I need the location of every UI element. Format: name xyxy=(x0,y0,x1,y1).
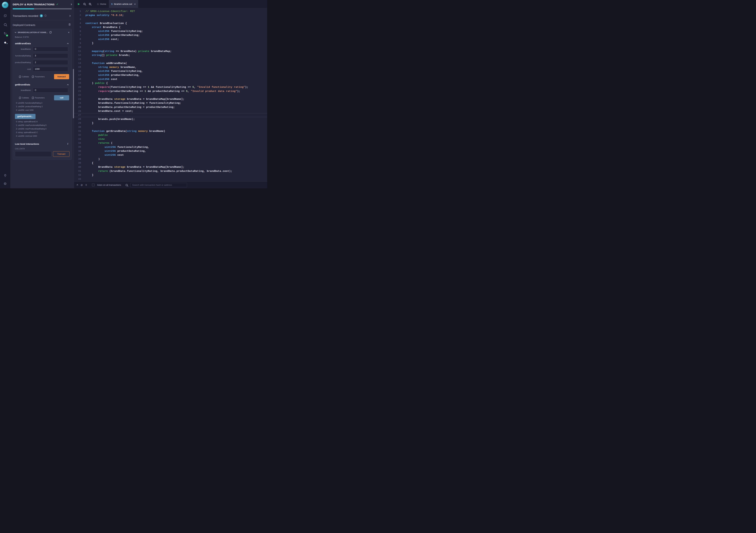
tab-ibrahim-article[interactable]: $ Ibrahim article.sol × xyxy=(109,0,138,8)
settings-icon-rail[interactable]: ⚙ xyxy=(4,181,7,186)
line-number[interactable]: 8 xyxy=(74,38,86,40)
line-number[interactable]: 32 xyxy=(74,134,86,136)
line-number[interactable]: 25 xyxy=(74,106,86,108)
line-number[interactable]: 23 xyxy=(74,98,86,100)
get-brand-data-section-header[interactable]: getBrandData xyxy=(15,83,69,86)
code-line[interactable]: 8 uint256 cost; xyxy=(74,37,267,41)
code-line[interactable]: 21 require(productDataRating >= 1 && pro… xyxy=(74,89,267,93)
line-number[interactable]: 3 xyxy=(74,18,86,21)
line-number[interactable]: 7 xyxy=(74,34,86,37)
line-number[interactable]: 10 xyxy=(74,46,86,49)
line-number[interactable]: 24 xyxy=(74,102,86,104)
code-line[interactable]: 23 BrandData storage brandData = brandDa… xyxy=(74,97,267,101)
code-line[interactable]: 43 xyxy=(74,177,267,181)
line-number[interactable]: 20 xyxy=(74,86,86,89)
delete-contracts-button[interactable] xyxy=(68,23,71,26)
code-line[interactable]: 7 uint256 productDataRating; xyxy=(74,33,267,37)
transactions-expand-chevron-icon[interactable] xyxy=(69,15,71,17)
collapse-chevron-icon[interactable] xyxy=(67,84,69,86)
line-number[interactable]: 11 xyxy=(74,50,86,52)
code-line[interactable]: 2pragma solidity ^0.8.18; xyxy=(74,13,267,17)
info-icon[interactable]: ⓘ xyxy=(44,14,47,17)
solidity-compiler-icon[interactable]: ↻ ✓ xyxy=(0,31,10,36)
panel-scrollbar-thumb[interactable] xyxy=(73,69,74,118)
contract-instance-header[interactable]: BRANDEVALUATION AT 0X84B... × xyxy=(15,31,69,34)
code-line[interactable]: 22 xyxy=(74,93,267,97)
code-line[interactable]: 31 function getBrandData(string memory b… xyxy=(74,129,267,133)
line-number[interactable]: 30 xyxy=(74,126,86,128)
get-brandname-input[interactable] xyxy=(33,88,68,92)
close-tab-icon[interactable]: × xyxy=(134,3,136,5)
line-number[interactable]: 43 xyxy=(74,178,86,180)
terminal-search-input[interactable] xyxy=(130,183,187,187)
line-number[interactable]: 2 xyxy=(74,14,86,16)
code-line[interactable]: 20 require(functionalityRating >= 1 && f… xyxy=(74,85,267,89)
code-line[interactable]: 10 xyxy=(74,45,267,49)
line-number[interactable]: 12 xyxy=(74,54,86,56)
code-line[interactable]: 39 { xyxy=(74,161,267,165)
calldata-copy-button[interactable]: Calldata xyxy=(19,97,29,99)
zoom-out-icon[interactable]: − xyxy=(83,3,86,5)
line-number[interactable]: 15 xyxy=(74,66,86,68)
code-line[interactable]: 9 } xyxy=(74,41,267,45)
product-data-rating-input[interactable] xyxy=(33,60,68,65)
expand-terminal-icon[interactable] xyxy=(77,184,78,186)
code-line[interactable]: 19 ) public { xyxy=(74,81,267,85)
call-button[interactable]: call xyxy=(54,95,69,100)
code-line[interactable]: 29 } xyxy=(74,121,267,125)
clear-console-icon[interactable]: ⊘ xyxy=(81,184,83,187)
zoom-in-icon[interactable]: + xyxy=(89,3,91,5)
code-line[interactable]: 27 xyxy=(74,113,267,117)
run-script-play-icon[interactable]: ▶ xyxy=(78,2,80,6)
code-line[interactable]: 17 uint256 productDataRating, xyxy=(74,73,267,77)
low-level-transact-button[interactable]: Transact xyxy=(53,151,69,157)
code-line[interactable]: 41 return (brandData.functionalityRating… xyxy=(74,169,267,173)
code-line[interactable]: 30 xyxy=(74,125,267,129)
line-number[interactable]: 29 xyxy=(74,122,86,124)
line-number[interactable]: 22 xyxy=(74,94,86,96)
line-number[interactable]: 26 xyxy=(74,110,86,113)
code-line[interactable]: 34 returns ( xyxy=(74,141,267,145)
line-number[interactable]: 5 xyxy=(74,26,86,29)
parameters-copy-button[interactable]: Parameters xyxy=(32,97,44,99)
remix-logo-icon[interactable] xyxy=(2,2,9,8)
collapse-chevron-icon[interactable] xyxy=(67,43,69,45)
code-line[interactable]: 15 string memory brandName, xyxy=(74,65,267,69)
line-number[interactable]: 42 xyxy=(74,174,86,176)
low-level-info-icon[interactable]: i xyxy=(68,142,68,145)
transact-button[interactable]: transact xyxy=(54,74,69,79)
line-number[interactable]: 9 xyxy=(74,42,86,45)
code-line[interactable]: 26 brandData.cost = cost; xyxy=(74,109,267,113)
line-number[interactable]: 40 xyxy=(74,166,86,168)
line-number[interactable]: 36 xyxy=(74,150,86,152)
cost-input[interactable] xyxy=(33,67,68,71)
code-line[interactable]: 33 view xyxy=(74,137,267,141)
code-line[interactable]: 36 uint256 productDataRating, xyxy=(74,149,267,153)
code-line[interactable]: 40 BrandData storage brandData = brandDa… xyxy=(74,165,267,169)
tab-home[interactable]: ⌂ Home xyxy=(94,0,109,8)
code-line[interactable]: 37 uint256 cost xyxy=(74,153,267,157)
line-number[interactable]: 31 xyxy=(74,130,86,132)
listen-transactions-checkbox[interactable] xyxy=(92,184,94,186)
line-number[interactable]: 18 xyxy=(74,78,86,80)
line-number[interactable]: 33 xyxy=(74,138,86,140)
remove-instance-icon[interactable]: × xyxy=(68,31,69,34)
search-icon-rail[interactable] xyxy=(0,22,10,27)
functionality-rating-input[interactable] xyxy=(33,53,68,58)
code-line[interactable]: 28 brands.push(brandName); xyxy=(74,117,267,121)
code-line[interactable]: 1// SPDX-License-Identifier: MIT xyxy=(74,9,267,13)
contract-collapse-chevron-icon[interactable] xyxy=(15,31,16,33)
line-number[interactable]: 35 xyxy=(74,146,86,148)
deploy-run-icon[interactable]: ◆▸ xyxy=(0,40,10,45)
code-line[interactable]: 4contract BrandEvaluation { xyxy=(74,21,267,25)
calldata-input[interactable] xyxy=(15,151,51,157)
code-line[interactable]: 16 uint256 functionalityRating, xyxy=(74,69,267,73)
line-number[interactable]: 34 xyxy=(74,142,86,144)
line-number[interactable]: 37 xyxy=(74,154,86,156)
copy-address-icon[interactable] xyxy=(50,31,51,34)
line-number[interactable]: 1 xyxy=(74,10,86,13)
calldata-copy-button[interactable]: Calldata xyxy=(19,76,29,78)
line-number[interactable]: 41 xyxy=(74,170,86,172)
line-number[interactable]: 14 xyxy=(74,62,86,64)
code-editor[interactable]: 1// SPDX-License-Identifier: MIT2pragma … xyxy=(74,8,267,181)
